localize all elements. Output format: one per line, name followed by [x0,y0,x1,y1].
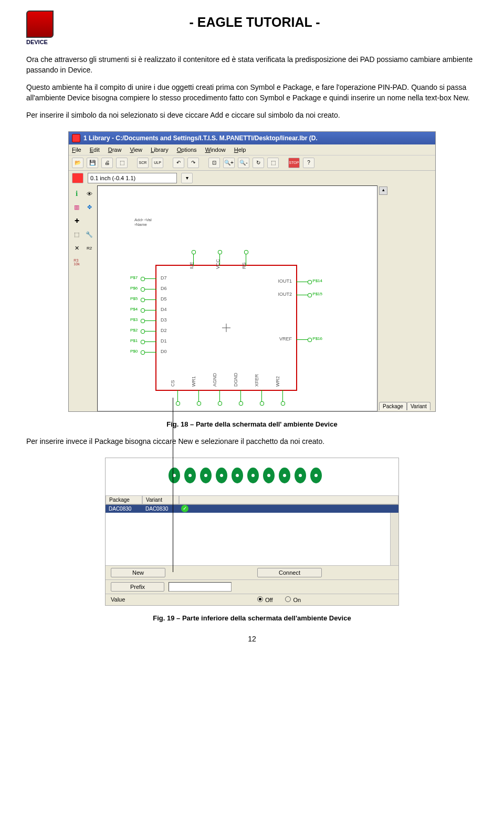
main-area: i 👁 ▥ ✥ ✚ ⬚ 🔧 ✕ R2 R310k Add› ›Val›Name [69,185,435,411]
menu-window[interactable]: Window [205,147,226,153]
canvas[interactable]: Add› ›Val›Name D7P$7 D6P$6 D5P$5 D4P$4 D… [97,185,377,411]
move-tool[interactable]: ✥ [83,201,95,214]
check-icon: ✓ [181,505,188,512]
pin-vcc-label: VCC [215,259,220,269]
menubar: File Edit Draw View Library Options Wind… [69,144,435,156]
pin-d6-label: D6 [161,286,167,291]
package-preview [106,458,398,495]
pad-label: P$4 [130,307,138,312]
stop-button[interactable]: STOP [288,158,300,168]
name-tool[interactable]: R2 [83,242,95,255]
layers-tool[interactable]: ▥ [71,201,82,214]
menu-view[interactable]: View [130,147,142,153]
prefix-button[interactable]: Prefix [111,582,164,592]
pin-rs-label: RS [242,262,247,269]
menu-options[interactable]: Options [177,147,197,153]
add-annotation: Add› ›Val›Name [134,217,152,227]
figure-18: 1 Library - C:/Documents and Settings/I.… [26,131,478,412]
app-icon [72,134,80,142]
coord-dropdown-icon[interactable]: ▾ [181,173,193,183]
document-title: - EAGLE TUTORIAL - [63,11,446,30]
pin-iout1-label: IOUT1 [278,278,292,284]
save-button[interactable]: 💾 [87,158,98,168]
value-label: Value [111,596,125,603]
figure-19: Package Variant DAC0830 DAC0830 ✓ New Co… [26,458,478,606]
show-tool[interactable]: 👁 [83,188,95,200]
package-table: Package Variant DAC0830 DAC0830 ✓ [106,495,398,565]
prefix-input[interactable] [169,582,232,592]
pad-label: P$15 [312,292,322,296]
change-tool[interactable]: 🔧 [83,229,95,241]
window-title: 1 Library - C:/Documents and Settings/I.… [83,134,318,142]
scr-button[interactable]: SCR [137,158,149,168]
menu-file[interactable]: File [72,147,81,153]
undo-button[interactable]: ↶ [173,158,184,168]
menu-edit[interactable]: Edit [90,147,100,153]
tab-variant[interactable]: Variant [407,402,430,410]
eagle-window: 1 Library - C:/Documents and Settings/I.… [68,131,436,412]
scroll-up-icon[interactable]: ▴ [379,186,387,195]
copy-tool[interactable] [83,215,95,227]
cam-button[interactable]: ⬚ [116,158,128,168]
radio-off[interactable] [257,596,263,602]
pin-vref-label: VREF [279,336,292,341]
menu-library[interactable]: Library [151,147,169,153]
help-button[interactable]: ? [303,158,314,168]
pin-dgnd-label: DGND [233,372,238,387]
logo-icon [26,11,54,38]
open-button[interactable]: 📂 [72,158,83,168]
zoom-in-button[interactable]: 🔍+ [223,158,235,168]
pin-xfer-label: XFER [254,374,259,387]
add-tool[interactable]: ✚ [71,215,82,227]
pin-d0-label: D0 [161,349,167,354]
col-variant[interactable]: Variant [142,495,179,504]
device-symbol: D7P$7 D6P$6 D5P$5 D4P$4 D3P$3 D2P$2 D1P$… [155,265,297,391]
bottom-controls: New Connect Prefix Value Off O [106,565,398,605]
pin-d5-label: D5 [161,296,167,302]
table-row[interactable]: DAC0830 DAC0830 ✓ [106,505,398,513]
delete-tool[interactable]: ✕ [71,242,82,255]
zoom-fit-button[interactable]: ⊡ [208,158,220,168]
ulp-button[interactable]: ULP [152,158,163,168]
page-header: DEVICE - EAGLE TUTORIAL - [26,11,478,45]
pad-label: P$7 [130,275,138,280]
print-button[interactable]: 🖨 [101,158,113,168]
info-tool[interactable]: i [71,188,82,200]
pad-label: P$3 [130,317,138,322]
annotation-line [173,398,173,572]
radio-on[interactable] [285,596,291,602]
cell-variant: DAC0830 [142,505,179,513]
zoom-redraw-button[interactable]: ↻ [253,158,264,168]
scrollbar-vertical[interactable] [390,513,398,565]
paragraph-3: Per inserire il simbolo da noi seleziona… [26,110,478,121]
coord-input[interactable] [88,173,177,183]
new-button[interactable]: New [111,568,165,577]
off-label: Off [265,597,272,603]
page-number: 12 [26,635,478,643]
col-package[interactable]: Package [106,495,142,504]
menu-draw[interactable]: Draw [108,147,122,153]
pin-d4-label: D4 [161,307,167,312]
value-tool[interactable]: R310k [71,256,82,268]
pin-d7-label: D7 [161,275,167,281]
pad-label: P$5 [130,296,138,301]
other-tool[interactable] [83,256,95,268]
group-tool[interactable]: ⬚ [71,229,82,241]
connect-button[interactable]: Connect [257,568,322,577]
menu-help[interactable]: Help [234,147,246,153]
zoom-out-button[interactable]: 🔍- [238,158,249,168]
pad-label: P$16 [312,336,322,341]
redo-button[interactable]: ↷ [187,158,199,168]
pad-label: P$6 [130,286,138,291]
tab-package[interactable]: Package [379,402,407,410]
left-toolpalette: i 👁 ▥ ✥ ✚ ⬚ 🔧 ✕ R2 R310k [69,185,97,411]
pin-d2-label: D2 [161,328,167,333]
pad-label: P$0 [130,349,138,354]
layer-button[interactable] [72,173,83,183]
logo-label: DEVICE [26,39,58,45]
zoom-select-button[interactable]: ⬚ [267,158,279,168]
paragraph-1: Ora che attraverso gli strumenti si è re… [26,55,478,75]
pin-d3-label: D3 [161,317,167,323]
pin-d1-label: D1 [161,338,167,344]
toolbar: 📂 💾 🖨 ⬚ SCR ULP ↶ ↷ ⊡ 🔍+ 🔍- ↻ ⬚ STOP ? [69,156,435,171]
